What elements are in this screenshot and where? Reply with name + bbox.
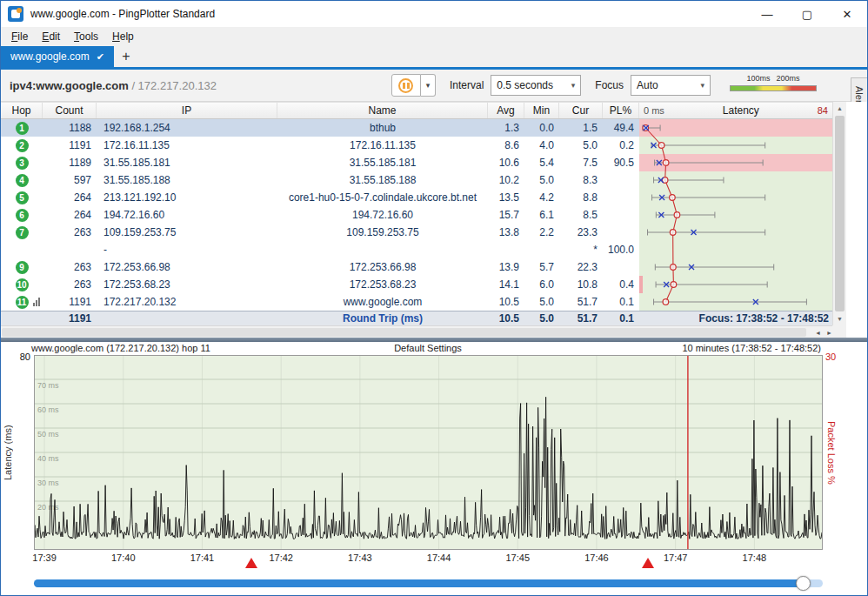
title-bar: www.google.com - PingPlotter Standard — … bbox=[1, 1, 867, 27]
cell-name bbox=[277, 241, 488, 258]
vertical-scroll-thumb[interactable] bbox=[835, 116, 845, 311]
legend-gradient-bar bbox=[730, 85, 817, 91]
table-row[interactable]: 11188192.168.1.254bthub1.30.01.549.4 bbox=[1, 119, 846, 137]
header-cur[interactable]: Cur bbox=[559, 103, 603, 118]
table-vertical-scrollbar[interactable]: ▲ ▼ bbox=[832, 102, 846, 325]
maximize-button[interactable]: ▢ bbox=[787, 1, 827, 27]
tab-label: www.google.com bbox=[10, 50, 90, 63]
cell-hop: 2 bbox=[1, 137, 43, 154]
cell-cur: 8.5 bbox=[559, 206, 603, 224]
menu-item-edit[interactable]: Edit bbox=[35, 28, 67, 45]
header-ip[interactable]: IP bbox=[97, 103, 277, 118]
cell-avg: 13.9 bbox=[488, 258, 524, 276]
table-horizontal-scrollbar[interactable]: ◄ ► bbox=[1, 325, 846, 338]
header-pl[interactable]: PL% bbox=[603, 103, 639, 118]
close-button[interactable]: ✕ bbox=[827, 1, 867, 27]
cell-latency-graph bbox=[639, 137, 832, 154]
svg-text:30 ms: 30 ms bbox=[37, 479, 59, 487]
interval-value: 0.5 seconds bbox=[497, 79, 553, 91]
table-row[interactable]: 7263109.159.253.75109.159.253.7513.82.22… bbox=[1, 224, 846, 241]
tab-www-google-com[interactable]: www.google.com ✔ bbox=[1, 46, 114, 67]
table-body: 11188192.168.1.254bthub1.30.01.549.42119… bbox=[1, 119, 846, 311]
interval-select[interactable]: 0.5 seconds ▾ bbox=[491, 75, 581, 96]
y2-axis-title: Packet Loss % bbox=[825, 355, 837, 550]
cell-avg: 15.7 bbox=[488, 206, 524, 224]
summary-label: Round Trip (ms) bbox=[277, 311, 488, 325]
cell-cur: 23.3 bbox=[559, 224, 603, 241]
alert-marker-icon[interactable] bbox=[245, 558, 257, 568]
window-controls: — ▢ ✕ bbox=[747, 1, 867, 27]
table-row[interactable]: 3118931.55.185.18131.55.185.18110.65.47.… bbox=[1, 154, 846, 171]
timeline-target-label: www.google.com (172.217.20.132) hop 11 bbox=[31, 343, 210, 353]
cell-avg: 13.5 bbox=[488, 189, 524, 206]
cell-avg: 10.6 bbox=[488, 154, 524, 171]
header-count[interactable]: Count bbox=[43, 103, 97, 118]
cell-latency-graph bbox=[639, 119, 832, 137]
table-row[interactable]: 111191172.217.20.132www.google.com10.55.… bbox=[1, 293, 846, 311]
latency-scale-min: 0 ms bbox=[644, 105, 664, 116]
table-row[interactable]: 5264213.121.192.10core1-hu0-15-0-7.colin… bbox=[1, 189, 846, 206]
minimize-button[interactable]: — bbox=[747, 1, 787, 27]
app-icon bbox=[8, 6, 23, 22]
cell-ip: 172.253.66.98 bbox=[97, 258, 277, 276]
cell-min: 5.7 bbox=[524, 258, 559, 276]
table-row[interactable]: 9263172.253.66.98172.253.66.9813.95.722.… bbox=[1, 258, 846, 276]
header-latency[interactable]: 0 ms Latency 84 bbox=[639, 103, 832, 118]
cell-count: 1188 bbox=[43, 119, 97, 137]
timeline-plot[interactable]: 20 ms30 ms40 ms50 ms60 ms70 ms bbox=[34, 355, 823, 550]
x-tick-label: 17:45 bbox=[505, 552, 530, 563]
pause-dropdown-button[interactable]: ▾ bbox=[421, 74, 436, 97]
menu-item-tools[interactable]: Tools bbox=[67, 28, 105, 45]
cell-min: 5.0 bbox=[524, 293, 559, 311]
header-avg[interactable]: Avg bbox=[488, 103, 524, 118]
y-axis-title: Latency (ms) bbox=[2, 355, 13, 550]
cell-pl bbox=[603, 258, 639, 276]
time-scroll-slider[interactable] bbox=[34, 576, 823, 591]
table-row[interactable]: 459731.55.185.18831.55.185.18810.25.08.3 bbox=[1, 171, 846, 189]
menu-item-file[interactable]: File bbox=[4, 28, 35, 45]
slider-handle[interactable] bbox=[796, 576, 811, 591]
cell-pl bbox=[603, 189, 639, 206]
cell-ip: 172.217.20.132 bbox=[97, 293, 277, 311]
focus-select[interactable]: Auto ▾ bbox=[631, 75, 711, 96]
table-row[interactable]: 6264194.72.16.60194.72.16.6015.76.18.5 bbox=[1, 206, 846, 224]
new-tab-button[interactable]: + bbox=[114, 46, 138, 67]
cell-latency-graph bbox=[639, 154, 832, 171]
table-row[interactable]: -*100.0 bbox=[1, 241, 846, 258]
cell-ip: 213.121.192.10 bbox=[97, 189, 277, 206]
cell-min: 2.2 bbox=[524, 224, 559, 241]
header-min[interactable]: Min bbox=[524, 103, 559, 118]
toolbar: ipv4:www.google.com / 172.217.20.132 ▾ I… bbox=[1, 70, 867, 102]
cell-latency-graph bbox=[639, 206, 832, 224]
scroll-left-icon[interactable]: ◄ bbox=[812, 326, 824, 338]
scroll-up-icon[interactable]: ▲ bbox=[833, 102, 846, 115]
table-row[interactable]: 21191172.16.11.135172.16.11.1358.64.05.0… bbox=[1, 137, 846, 154]
table-row[interactable]: 10263172.253.68.23172.253.68.2314.16.010… bbox=[1, 276, 846, 293]
cell-pl: 0.1 bbox=[603, 293, 639, 311]
chevron-down-icon: ▾ bbox=[571, 81, 576, 90]
cell-avg: 1.3 bbox=[488, 119, 524, 137]
cell-pl: 100.0 bbox=[603, 241, 639, 258]
menu-item-help[interactable]: Help bbox=[105, 28, 141, 45]
cell-hop: 7 bbox=[1, 224, 43, 241]
pause-button[interactable] bbox=[391, 74, 421, 97]
header-name[interactable]: Name bbox=[277, 103, 488, 118]
cell-min bbox=[524, 241, 559, 258]
scroll-down-icon[interactable]: ▼ bbox=[833, 312, 846, 325]
cell-avg: 10.2 bbox=[488, 171, 524, 189]
right-gutter bbox=[846, 102, 868, 338]
pause-control: ▾ bbox=[391, 74, 436, 97]
cell-ip: 109.159.253.75 bbox=[97, 224, 277, 241]
cell-cur: 5.0 bbox=[559, 137, 603, 154]
header-hop[interactable]: Hop bbox=[1, 103, 43, 118]
cell-count: 263 bbox=[43, 276, 97, 293]
cell-count: 1189 bbox=[43, 154, 97, 171]
cell-hop: 11 bbox=[1, 293, 43, 311]
x-tick-label: 17:40 bbox=[111, 552, 136, 563]
cell-name: 31.55.185.181 bbox=[277, 154, 488, 171]
latency-legend: 100ms 200ms bbox=[730, 74, 817, 97]
target-address: ipv4:www.google.com / 172.217.20.132 bbox=[10, 79, 384, 92]
cell-name: core1-hu0-15-0-7.colindale.ukcore.bt.net bbox=[277, 189, 488, 206]
horizontal-scroll-thumb[interactable] bbox=[2, 328, 806, 337]
alert-marker-icon[interactable] bbox=[642, 558, 654, 568]
